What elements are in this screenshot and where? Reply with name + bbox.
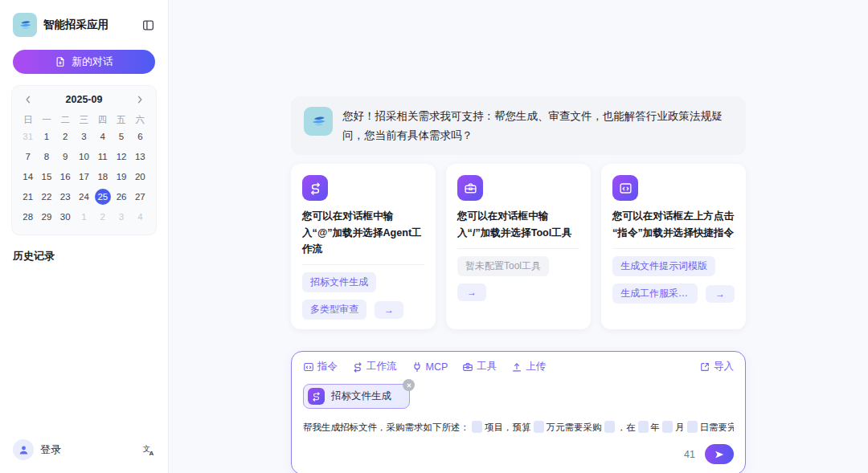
card-arrow-button[interactable]: → [457,283,486,301]
divider [457,248,579,249]
import-button[interactable]: 导入 [699,360,734,373]
upload-icon [511,361,522,373]
toolbar-item-label: 工具 [477,360,497,373]
card-tag[interactable]: 生成工作服采购招... [612,283,698,304]
toolbar-item-toolbox[interactable]: 工具 [462,360,497,373]
calendar-weekday-row: 日一二三四五六 [18,112,149,128]
toolbar-item-workflow[interactable]: 工作流 [352,360,397,373]
card-tag[interactable]: 多类型审查 [302,300,366,320]
calendar-day[interactable]: 22 [39,189,55,205]
workflow-icon [302,175,328,201]
toolbar-item-label: 上传 [526,360,546,373]
sidebar: 智能招采应用 新的对话 2025-09 日一二三四五六 311234567891… [0,0,169,473]
assistant-avatar [304,107,333,136]
calendar-weekday: 五 [112,112,130,128]
new-chat-label: 新的对话 [72,55,113,69]
prompt-text: 年 [651,422,661,432]
calendar-day[interactable]: 30 [57,209,73,225]
message-input[interactable]: 帮我生成招标文件，采购需求如下所述：项目，预算万元需要采购，在年月日需要完成采购 [303,418,734,436]
calendar-day[interactable]: 3 [113,209,129,225]
calendar-day[interactable]: 12 [113,149,129,165]
calendar-day[interactable]: 1 [76,209,92,225]
calendar-day[interactable]: 23 [57,189,73,205]
toolbox-icon [457,175,483,201]
card-tag[interactable]: 生成文件提示词模版 [612,256,715,276]
calendar-day[interactable]: 14 [20,169,36,185]
calendar-prev-icon[interactable] [23,95,33,104]
calendar-day[interactable]: 2 [95,209,111,225]
mcp-icon [411,361,423,373]
prompt-blank-field[interactable] [662,421,673,433]
calendar-day[interactable]: 7 [20,149,36,165]
card-title: 您可以在对话框中输入“/”加载并选择Tool工具 [457,208,579,241]
calendar-day[interactable]: 31 [20,128,36,145]
workflow-icon [352,361,363,373]
card-arrow-button[interactable]: → [375,301,403,319]
card-tag-row: 暂未配置Tool工具 [457,256,579,276]
divider [302,264,424,265]
chip-close-icon[interactable] [403,379,415,391]
login-button[interactable]: 登录 [40,442,136,457]
calendar-day[interactable]: 28 [20,209,36,225]
calendar-day[interactable]: 24 [76,189,92,205]
app-title: 智能招采应用 [43,18,135,32]
toolbar-item-upload[interactable]: 上传 [511,360,546,373]
prompt-blank-field[interactable] [534,421,544,433]
calendar-next-icon[interactable] [135,95,145,104]
prompt-blank-field[interactable] [638,421,649,433]
calendar-day[interactable]: 8 [39,149,55,165]
toolbar-item-command[interactable]: 指令 [303,360,338,373]
calendar-day[interactable]: 16 [57,169,73,185]
new-chat-button[interactable]: 新的对话 [13,50,155,74]
translate-icon[interactable]: 文A [142,443,155,456]
prompt-blank-field[interactable] [472,421,482,433]
composer-toolbar: 指令工作流MCP工具上传 导入 [303,360,734,373]
calendar-day[interactable]: 4 [132,209,148,225]
calendar-weekday: 一 [37,112,55,128]
card-tag-row: 多类型审查→ [302,300,424,320]
assistant-message: 您好！招采相关需求我可支持：帮您生成、审查文件，也能解答行业政策法规疑问，您当前… [291,96,746,155]
calendar-day[interactable]: 1 [39,128,55,145]
prompt-blank-field[interactable] [687,421,698,433]
toolbox-icon [462,361,473,373]
sidebar-collapse-icon[interactable] [141,18,155,32]
calendar-day[interactable]: 29 [39,209,55,225]
calendar-day[interactable]: 3 [76,128,92,145]
prompt-text: ，在 [617,422,636,432]
sidebar-footer: 登录 文A [11,439,157,460]
user-avatar[interactable] [13,439,34,460]
card-tag[interactable]: 招标文件生成 [302,272,376,292]
toolbar-item-mcp[interactable]: MCP [411,360,448,373]
calendar-day[interactable]: 9 [57,149,73,165]
calendar-day[interactable]: 10 [76,149,92,165]
calendar-day[interactable]: 6 [132,128,148,145]
card-arrow-button[interactable]: → [706,285,735,303]
card-tag-row: 生成工作服采购招...→ [612,283,735,304]
calendar-day[interactable]: 17 [76,169,92,185]
prompt-blank-field[interactable] [604,421,615,433]
card-tag-row: 生成文件提示词模版 [612,256,735,276]
calendar-day[interactable]: 27 [132,189,148,205]
calendar-weekday: 六 [131,112,149,128]
send-button[interactable] [705,444,734,464]
calendar-day[interactable]: 5 [113,128,129,145]
calendar-day[interactable]: 19 [113,169,129,185]
calendar-day[interactable]: 18 [95,169,111,185]
chat-main: 您好！招采相关需求我可支持：帮您生成、审查文件，也能解答行业政策法规疑问，您当前… [169,0,868,473]
composer: 指令工作流MCP工具上传 导入 招标文件生成 帮我生成招标文件，采购需求如下所述… [291,351,746,473]
suggestion-card: 您可以在对话框中输入“@”加载并选择Agent工作流招标文件生成多类型审查→ [291,164,436,329]
calendar-day[interactable]: 11 [95,149,111,165]
calendar-day[interactable]: 26 [113,189,129,205]
calendar-day[interactable]: 21 [20,189,36,205]
card-tag-row: → [457,283,579,301]
toolbar-item-label: 指令 [317,360,338,373]
char-count: 41 [684,449,695,460]
workflow-chip[interactable]: 招标文件生成 [303,384,410,409]
calendar-day[interactable]: 20 [132,169,148,185]
calendar-day-selected[interactable]: 25 [95,189,111,205]
calendar-day[interactable]: 15 [39,169,55,185]
calendar-day[interactable]: 2 [57,128,73,145]
calendar-day[interactable]: 4 [95,128,111,145]
card-tag[interactable]: 暂未配置Tool工具 [457,256,549,276]
calendar-day[interactable]: 13 [132,149,148,165]
